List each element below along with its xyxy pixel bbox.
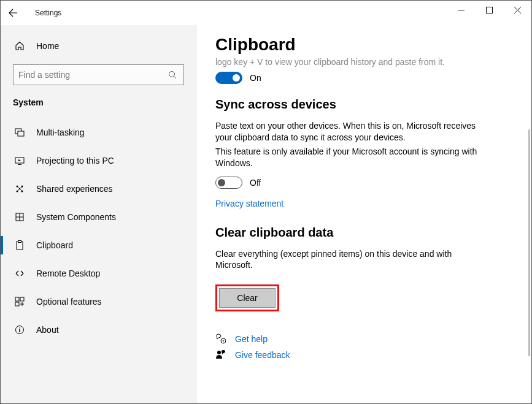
svg-rect-19 — [15, 302, 19, 306]
svg-rect-5 — [18, 131, 24, 136]
clear-description: Clear everything (except pinned items) o… — [215, 248, 479, 272]
clear-button[interactable]: Clear — [219, 288, 276, 308]
nav-label: About — [36, 325, 59, 335]
projecting-icon — [13, 156, 26, 166]
scrollbar[interactable] — [528, 129, 530, 356]
shared-icon — [13, 184, 26, 194]
close-button[interactable] — [503, 1, 531, 19]
sync-description-1: Paste text on your other devices. When t… — [215, 120, 479, 143]
clipboard-icon — [13, 240, 26, 250]
sync-toggle[interactable] — [215, 177, 242, 189]
window-controls — [447, 1, 531, 19]
nav-item-about[interactable]: About — [1, 316, 196, 344]
search-input[interactable] — [18, 70, 166, 80]
get-help-link[interactable]: Get help — [235, 334, 268, 344]
titlebar: Settings — [1, 1, 531, 25]
home-label: Home — [36, 41, 59, 51]
feedback-row: Give feedback — [215, 349, 513, 360]
svg-rect-18 — [20, 297, 24, 301]
back-button[interactable] — [1, 1, 25, 25]
clipboard-history-description: logo key + V to view your clipboard hist… — [215, 57, 513, 67]
nav-item-system-components[interactable]: System Components — [1, 203, 196, 231]
minimize-icon — [458, 7, 465, 13]
multitasking-icon — [13, 128, 26, 137]
svg-point-2 — [169, 72, 175, 77]
svg-rect-17 — [15, 297, 19, 301]
sidebar: Home System Multi-tasking Projecting to … — [1, 25, 197, 403]
home-icon — [13, 41, 26, 51]
nav-label: Remote Desktop — [36, 269, 100, 278]
clear-heading: Clear clipboard data — [215, 226, 513, 240]
nav-item-projecting[interactable]: Projecting to this PC — [1, 147, 196, 175]
nav-label: Shared experiences — [36, 184, 113, 194]
clipboard-history-toggle[interactable] — [215, 72, 242, 84]
feedback-link[interactable]: Give feedback — [235, 350, 290, 360]
nav-label: System Components — [36, 212, 116, 222]
app-title: Settings — [35, 9, 61, 17]
svg-rect-1 — [486, 7, 492, 13]
optional-features-icon — [13, 297, 26, 307]
get-help-row: ? Get help — [215, 333, 513, 345]
privacy-statement-link[interactable]: Privacy statement — [215, 199, 283, 208]
nav-list: Multi-tasking Projecting to this PC Shar… — [1, 118, 196, 344]
svg-rect-16 — [18, 241, 21, 243]
svg-point-25 — [217, 351, 221, 354]
nav-label: Projecting to this PC — [36, 156, 114, 166]
maximize-button[interactable] — [475, 1, 503, 19]
clipboard-history-state: On — [250, 73, 261, 83]
page-title: Clipboard — [215, 35, 513, 55]
clear-button-highlight: Clear — [215, 284, 279, 311]
search-box[interactable] — [13, 64, 184, 85]
feedback-icon — [215, 349, 233, 360]
minimize-button[interactable] — [447, 1, 475, 19]
nav-item-shared-experiences[interactable]: Shared experiences — [1, 175, 196, 203]
about-icon — [13, 325, 26, 335]
nav-item-multitasking[interactable]: Multi-tasking — [1, 118, 196, 147]
svg-line-3 — [174, 77, 177, 79]
nav-label: Multi-tasking — [36, 128, 85, 137]
nav-label: Clipboard — [36, 240, 73, 250]
nav-item-remote-desktop[interactable]: Remote Desktop — [1, 259, 196, 288]
back-arrow-icon — [8, 8, 18, 18]
sync-toggle-row: Off — [215, 177, 513, 189]
nav-item-clipboard[interactable]: Clipboard — [1, 231, 196, 259]
components-icon — [13, 212, 26, 222]
remote-desktop-icon — [13, 269, 26, 278]
nav-label: Optional features — [36, 297, 102, 307]
sync-description-2: This feature is only available if your M… — [215, 146, 479, 169]
get-help-icon: ? — [215, 333, 233, 345]
category-header: System — [1, 97, 196, 107]
sync-state: Off — [250, 178, 261, 188]
close-icon — [514, 7, 521, 13]
clipboard-history-toggle-row: On — [215, 72, 513, 84]
search-icon — [166, 71, 179, 79]
nav-item-optional-features[interactable]: Optional features — [1, 288, 196, 316]
svg-point-21 — [19, 327, 20, 329]
home-nav[interactable]: Home — [1, 35, 196, 57]
main-pane: Clipboard logo key + V to view your clip… — [197, 25, 531, 403]
sync-heading: Sync across devices — [215, 97, 513, 112]
maximize-icon — [486, 7, 493, 13]
